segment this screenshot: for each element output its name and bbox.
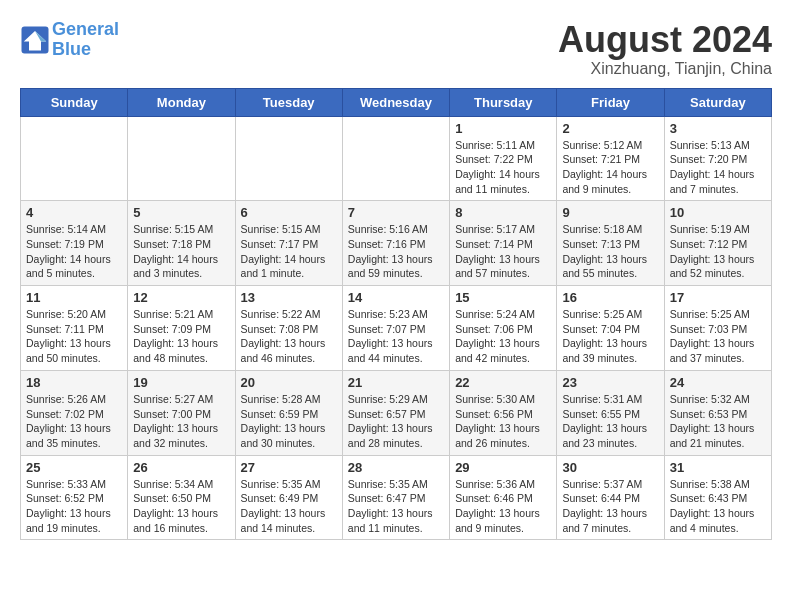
- day-number: 21: [348, 375, 444, 390]
- day-info: Sunrise: 5:27 AMSunset: 7:00 PMDaylight:…: [133, 392, 229, 451]
- day-number: 15: [455, 290, 551, 305]
- calendar-cell: 24Sunrise: 5:32 AMSunset: 6:53 PMDayligh…: [664, 370, 771, 455]
- day-number: 25: [26, 460, 122, 475]
- day-number: 12: [133, 290, 229, 305]
- day-number: 29: [455, 460, 551, 475]
- day-info: Sunrise: 5:13 AMSunset: 7:20 PMDaylight:…: [670, 138, 766, 197]
- day-number: 11: [26, 290, 122, 305]
- col-header-sunday: Sunday: [21, 88, 128, 116]
- calendar-cell: [342, 116, 449, 201]
- day-info: Sunrise: 5:30 AMSunset: 6:56 PMDaylight:…: [455, 392, 551, 451]
- day-number: 9: [562, 205, 658, 220]
- day-number: 19: [133, 375, 229, 390]
- day-info: Sunrise: 5:35 AMSunset: 6:49 PMDaylight:…: [241, 477, 337, 536]
- day-info: Sunrise: 5:18 AMSunset: 7:13 PMDaylight:…: [562, 222, 658, 281]
- calendar-cell: 14Sunrise: 5:23 AMSunset: 7:07 PMDayligh…: [342, 286, 449, 371]
- day-info: Sunrise: 5:17 AMSunset: 7:14 PMDaylight:…: [455, 222, 551, 281]
- day-number: 6: [241, 205, 337, 220]
- day-info: Sunrise: 5:32 AMSunset: 6:53 PMDaylight:…: [670, 392, 766, 451]
- day-info: Sunrise: 5:33 AMSunset: 6:52 PMDaylight:…: [26, 477, 122, 536]
- day-number: 1: [455, 121, 551, 136]
- logo-text: General Blue: [52, 20, 119, 60]
- calendar-cell: [128, 116, 235, 201]
- header-row: SundayMondayTuesdayWednesdayThursdayFrid…: [21, 88, 772, 116]
- day-info: Sunrise: 5:25 AMSunset: 7:04 PMDaylight:…: [562, 307, 658, 366]
- calendar-cell: [235, 116, 342, 201]
- calendar-cell: 16Sunrise: 5:25 AMSunset: 7:04 PMDayligh…: [557, 286, 664, 371]
- week-row-5: 25Sunrise: 5:33 AMSunset: 6:52 PMDayligh…: [21, 455, 772, 540]
- day-number: 17: [670, 290, 766, 305]
- calendar-cell: 23Sunrise: 5:31 AMSunset: 6:55 PMDayligh…: [557, 370, 664, 455]
- calendar-cell: 7Sunrise: 5:16 AMSunset: 7:16 PMDaylight…: [342, 201, 449, 286]
- day-info: Sunrise: 5:36 AMSunset: 6:46 PMDaylight:…: [455, 477, 551, 536]
- col-header-wednesday: Wednesday: [342, 88, 449, 116]
- day-number: 5: [133, 205, 229, 220]
- col-header-monday: Monday: [128, 88, 235, 116]
- day-info: Sunrise: 5:15 AMSunset: 7:17 PMDaylight:…: [241, 222, 337, 281]
- logo-line1: General: [52, 19, 119, 39]
- day-number: 20: [241, 375, 337, 390]
- day-info: Sunrise: 5:24 AMSunset: 7:06 PMDaylight:…: [455, 307, 551, 366]
- day-number: 18: [26, 375, 122, 390]
- calendar-cell: [21, 116, 128, 201]
- calendar-cell: 29Sunrise: 5:36 AMSunset: 6:46 PMDayligh…: [450, 455, 557, 540]
- day-number: 30: [562, 460, 658, 475]
- calendar-cell: 1Sunrise: 5:11 AMSunset: 7:22 PMDaylight…: [450, 116, 557, 201]
- day-info: Sunrise: 5:19 AMSunset: 7:12 PMDaylight:…: [670, 222, 766, 281]
- calendar-cell: 5Sunrise: 5:15 AMSunset: 7:18 PMDaylight…: [128, 201, 235, 286]
- day-info: Sunrise: 5:12 AMSunset: 7:21 PMDaylight:…: [562, 138, 658, 197]
- day-number: 26: [133, 460, 229, 475]
- day-info: Sunrise: 5:31 AMSunset: 6:55 PMDaylight:…: [562, 392, 658, 451]
- col-header-thursday: Thursday: [450, 88, 557, 116]
- day-info: Sunrise: 5:23 AMSunset: 7:07 PMDaylight:…: [348, 307, 444, 366]
- calendar-cell: 28Sunrise: 5:35 AMSunset: 6:47 PMDayligh…: [342, 455, 449, 540]
- day-number: 14: [348, 290, 444, 305]
- day-info: Sunrise: 5:14 AMSunset: 7:19 PMDaylight:…: [26, 222, 122, 281]
- calendar-cell: 11Sunrise: 5:20 AMSunset: 7:11 PMDayligh…: [21, 286, 128, 371]
- month-year: August 2024: [558, 20, 772, 60]
- calendar-cell: 13Sunrise: 5:22 AMSunset: 7:08 PMDayligh…: [235, 286, 342, 371]
- day-number: 4: [26, 205, 122, 220]
- day-number: 23: [562, 375, 658, 390]
- calendar-cell: 2Sunrise: 5:12 AMSunset: 7:21 PMDaylight…: [557, 116, 664, 201]
- day-info: Sunrise: 5:21 AMSunset: 7:09 PMDaylight:…: [133, 307, 229, 366]
- calendar-cell: 19Sunrise: 5:27 AMSunset: 7:00 PMDayligh…: [128, 370, 235, 455]
- logo-icon: [20, 25, 50, 55]
- week-row-3: 11Sunrise: 5:20 AMSunset: 7:11 PMDayligh…: [21, 286, 772, 371]
- day-info: Sunrise: 5:15 AMSunset: 7:18 PMDaylight:…: [133, 222, 229, 281]
- week-row-1: 1Sunrise: 5:11 AMSunset: 7:22 PMDaylight…: [21, 116, 772, 201]
- title-block: August 2024 Xinzhuang, Tianjin, China: [558, 20, 772, 78]
- calendar-table: SundayMondayTuesdayWednesdayThursdayFrid…: [20, 88, 772, 541]
- calendar-cell: 12Sunrise: 5:21 AMSunset: 7:09 PMDayligh…: [128, 286, 235, 371]
- day-number: 31: [670, 460, 766, 475]
- day-number: 27: [241, 460, 337, 475]
- day-info: Sunrise: 5:25 AMSunset: 7:03 PMDaylight:…: [670, 307, 766, 366]
- day-info: Sunrise: 5:28 AMSunset: 6:59 PMDaylight:…: [241, 392, 337, 451]
- calendar-cell: 31Sunrise: 5:38 AMSunset: 6:43 PMDayligh…: [664, 455, 771, 540]
- day-info: Sunrise: 5:37 AMSunset: 6:44 PMDaylight:…: [562, 477, 658, 536]
- col-header-friday: Friday: [557, 88, 664, 116]
- day-info: Sunrise: 5:34 AMSunset: 6:50 PMDaylight:…: [133, 477, 229, 536]
- week-row-4: 18Sunrise: 5:26 AMSunset: 7:02 PMDayligh…: [21, 370, 772, 455]
- day-info: Sunrise: 5:26 AMSunset: 7:02 PMDaylight:…: [26, 392, 122, 451]
- day-number: 28: [348, 460, 444, 475]
- calendar-cell: 30Sunrise: 5:37 AMSunset: 6:44 PMDayligh…: [557, 455, 664, 540]
- calendar-cell: 25Sunrise: 5:33 AMSunset: 6:52 PMDayligh…: [21, 455, 128, 540]
- calendar-cell: 27Sunrise: 5:35 AMSunset: 6:49 PMDayligh…: [235, 455, 342, 540]
- day-number: 16: [562, 290, 658, 305]
- day-info: Sunrise: 5:11 AMSunset: 7:22 PMDaylight:…: [455, 138, 551, 197]
- day-info: Sunrise: 5:29 AMSunset: 6:57 PMDaylight:…: [348, 392, 444, 451]
- day-number: 24: [670, 375, 766, 390]
- location: Xinzhuang, Tianjin, China: [558, 60, 772, 78]
- day-number: 22: [455, 375, 551, 390]
- calendar-cell: 8Sunrise: 5:17 AMSunset: 7:14 PMDaylight…: [450, 201, 557, 286]
- logo-line2: Blue: [52, 39, 91, 59]
- day-info: Sunrise: 5:38 AMSunset: 6:43 PMDaylight:…: [670, 477, 766, 536]
- col-header-tuesday: Tuesday: [235, 88, 342, 116]
- day-number: 2: [562, 121, 658, 136]
- day-number: 10: [670, 205, 766, 220]
- calendar-cell: 26Sunrise: 5:34 AMSunset: 6:50 PMDayligh…: [128, 455, 235, 540]
- day-info: Sunrise: 5:35 AMSunset: 6:47 PMDaylight:…: [348, 477, 444, 536]
- page-header: General Blue August 2024 Xinzhuang, Tian…: [20, 20, 772, 78]
- day-info: Sunrise: 5:22 AMSunset: 7:08 PMDaylight:…: [241, 307, 337, 366]
